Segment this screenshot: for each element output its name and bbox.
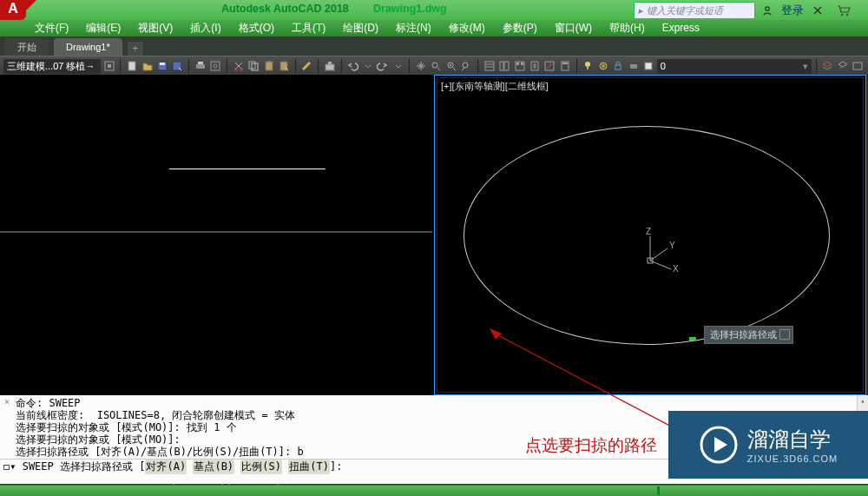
viewport-inner: [+][东南等轴测][二维线框] X Y Z 选择扫掠路径或: [437, 77, 864, 393]
zoom-window-icon[interactable]: [444, 59, 457, 73]
menu-draw[interactable]: 绘图(D): [343, 20, 378, 36]
markup-icon[interactable]: [543, 59, 556, 73]
app-title: Autodesk AutoCAD 2018: [221, 3, 349, 15]
redo-dropdown-icon[interactable]: [391, 59, 404, 73]
current-layer: 0: [661, 59, 666, 74]
pan-icon[interactable]: [414, 59, 427, 73]
search-input[interactable]: ▸ 键入关键字或短语: [634, 2, 755, 19]
cmd-opt-scale[interactable]: 比例(S): [240, 460, 282, 474]
svg-rect-29: [516, 63, 519, 65]
svg-point-24: [463, 63, 468, 68]
exchange-icon[interactable]: [812, 5, 823, 16]
menu-format[interactable]: 格式(O): [239, 20, 274, 36]
cmd-opt-align[interactable]: 对齐(A): [145, 460, 187, 474]
design-center-icon[interactable]: [497, 59, 510, 73]
cmd-opt-twist[interactable]: 扭曲(T): [288, 460, 330, 474]
block-icon[interactable]: [323, 59, 336, 73]
menu-express[interactable]: Express: [662, 20, 700, 36]
calc-icon[interactable]: [558, 59, 571, 73]
app-root: A Autodesk AutoCAD 2018 Drawing1.dwg ▸ 键…: [0, 0, 868, 496]
svg-text:Z: Z: [646, 227, 651, 236]
path-endpoint-marker: [689, 337, 696, 341]
svg-rect-34: [562, 63, 568, 64]
svg-rect-39: [630, 64, 637, 69]
logo-dropdown-icon[interactable]: [26, 0, 36, 20]
command-tooltip: 选择扫掠路径或: [704, 326, 793, 344]
svg-rect-41: [853, 63, 862, 69]
svg-point-2: [846, 13, 848, 15]
new-icon[interactable]: [125, 59, 138, 73]
watermark: 溜溜自学 ZIXUE.3D66.COM: [668, 411, 868, 479]
app-logo[interactable]: A: [0, 0, 26, 20]
layer-color-icon[interactable]: [641, 59, 654, 73]
status-separator: [657, 486, 660, 495]
svg-rect-21: [328, 62, 332, 64]
svg-rect-20: [326, 64, 334, 70]
zoom-previous-icon[interactable]: [460, 59, 473, 73]
layer-lock-icon[interactable]: [611, 59, 624, 73]
svg-rect-40: [645, 63, 652, 69]
menu-edit[interactable]: 编辑(E): [86, 20, 121, 36]
undo-icon[interactable]: [346, 59, 359, 73]
undo-dropdown-icon[interactable]: [361, 59, 374, 73]
layer-selector[interactable]: 0 ▾: [657, 59, 812, 74]
layer-manager-icon[interactable]: [821, 59, 834, 73]
viewport-bottom-left[interactable]: [0, 233, 432, 395]
drawing-line: [169, 169, 326, 169]
layer-prev-icon[interactable]: [836, 59, 849, 73]
menu-help[interactable]: 帮助(H): [609, 20, 645, 36]
menu-modify[interactable]: 修改(M): [449, 20, 485, 36]
menu-insert[interactable]: 插入(I): [190, 20, 220, 36]
layer-freeze-icon[interactable]: [596, 59, 609, 73]
menu-param[interactable]: 参数(P): [503, 20, 537, 36]
saveas-icon[interactable]: [171, 59, 184, 73]
layer-plot-icon[interactable]: [627, 59, 640, 73]
save-icon[interactable]: [155, 59, 168, 73]
menu-dim[interactable]: 标注(N): [396, 20, 431, 36]
signin-icon[interactable]: [762, 5, 773, 16]
viewport-right-active[interactable]: [+][东南等轴测][二维线框] X Y Z 选择扫掠路径或: [434, 75, 866, 395]
layer-state-icon[interactable]: [852, 59, 865, 73]
title-bar: A Autodesk AutoCAD 2018 Drawing1.dwg ▸ 键…: [0, 0, 868, 20]
title-right-icons: 登录: [762, 3, 851, 18]
paste-special-icon[interactable]: [277, 59, 290, 73]
sheet-set-icon[interactable]: [528, 59, 541, 73]
svg-rect-9: [196, 64, 205, 69]
menu-file[interactable]: 文件(F): [35, 20, 69, 36]
svg-point-35: [585, 62, 590, 67]
viewport-label[interactable]: [+][东南等轴测][二维线框]: [441, 80, 549, 93]
svg-point-13: [234, 69, 237, 71]
zoom-realtime-icon[interactable]: [430, 59, 443, 73]
viewport-top-left[interactable]: [0, 75, 432, 233]
workspace-selector[interactable]: 三维建模...07 移植→: [3, 59, 101, 74]
svg-marker-52: [714, 437, 727, 453]
print-icon[interactable]: [194, 59, 207, 73]
layer-on-icon[interactable]: [582, 59, 595, 73]
svg-rect-27: [504, 62, 509, 70]
cut-icon[interactable]: [232, 59, 245, 73]
open-icon[interactable]: [141, 59, 154, 73]
cart-icon[interactable]: [837, 5, 851, 17]
cmd-close-icon[interactable]: ×: [3, 398, 11, 407]
svg-point-1: [841, 13, 843, 15]
login-link[interactable]: 登录: [781, 3, 804, 18]
menu-tools[interactable]: 工具(T): [292, 20, 326, 36]
menu-view[interactable]: 视图(V): [138, 20, 173, 36]
paste-icon[interactable]: [262, 59, 275, 73]
svg-point-0: [766, 7, 769, 10]
menu-window[interactable]: 窗口(W): [555, 20, 592, 36]
cmd-opt-base[interactable]: 基点(B): [193, 460, 234, 474]
new-tab-button[interactable]: +: [128, 42, 143, 56]
plot-preview-icon[interactable]: [209, 59, 222, 73]
current-file: Drawing1.dwg: [373, 3, 447, 15]
match-properties-icon[interactable]: [300, 59, 313, 73]
properties-icon[interactable]: [483, 59, 496, 73]
tab-start[interactable]: 开始: [5, 38, 49, 56]
ws-settings-icon[interactable]: [102, 59, 115, 73]
redo-icon[interactable]: [376, 59, 389, 73]
watermark-url: ZIXUE.3D66.COM: [747, 453, 838, 464]
copy-icon[interactable]: [247, 59, 260, 73]
scroll-up-icon[interactable]: ▴: [858, 395, 868, 406]
tab-drawing1[interactable]: Drawing1*: [54, 38, 122, 56]
tool-palettes-icon[interactable]: [513, 59, 526, 73]
